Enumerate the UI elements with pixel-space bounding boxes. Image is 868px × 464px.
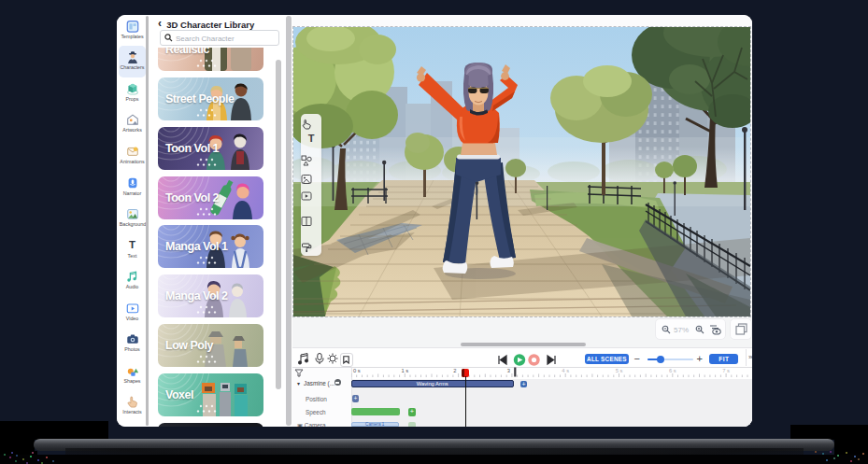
svg-text:7 s: 7 s bbox=[722, 368, 730, 373]
svg-text:1 s: 1 s bbox=[401, 368, 408, 373]
svg-text:6 s: 6 s bbox=[669, 368, 676, 373]
svg-text:0 s: 0 s bbox=[353, 368, 361, 373]
svg-text:5 s: 5 s bbox=[616, 368, 623, 373]
svg-text:2: 2 bbox=[453, 368, 456, 373]
svg-text:4 s: 4 s bbox=[562, 368, 569, 373]
svg-text:3: 3 bbox=[507, 368, 510, 373]
